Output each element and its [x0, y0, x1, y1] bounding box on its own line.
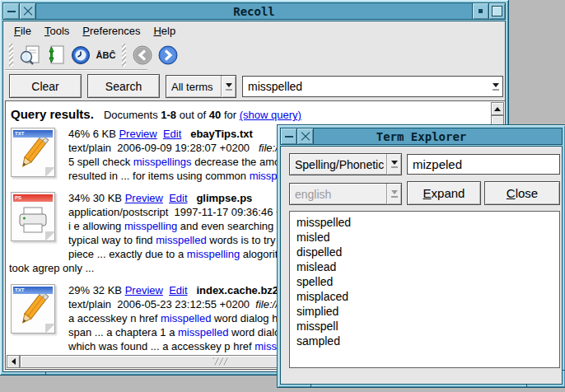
text-segment: text/plain 2006-09-09 19:28:07 +0200 [68, 142, 259, 154]
text-segment: ebayTips.txt [190, 128, 253, 140]
window-menu-button[interactable] [3, 3, 20, 19]
window-menu-icon [285, 136, 293, 138]
sort-by-date-icon[interactable] [69, 44, 91, 67]
frame-notch [526, 385, 527, 387]
close-icon [301, 132, 311, 142]
highlighted-term: misspelling [124, 220, 177, 232]
shade-button[interactable] [472, 3, 488, 19]
preview-link[interactable]: Preview [125, 192, 163, 204]
search-entry-combo[interactable]: misspelled [242, 76, 503, 97]
file-type-icon-ps[interactable]: PS [11, 192, 55, 241]
edit-link[interactable]: Edit [169, 284, 187, 296]
text-segment: 5 spell check [68, 156, 133, 168]
results-summary: Documents 1-8 out of 40 for (show query) [104, 109, 301, 121]
text-segment: a accesskey n href [68, 312, 161, 324]
scroll-grip [213, 358, 228, 366]
text-segment: index.cache.bz2 [196, 284, 278, 296]
text-segment: piece ... exactly due to a [68, 248, 187, 260]
language-combo: english [289, 183, 402, 205]
close-button[interactable] [297, 128, 314, 144]
term-list-item[interactable]: misled [297, 230, 553, 245]
text-segment: and even searching fo [177, 220, 286, 232]
page-fold [45, 324, 55, 334]
window-menu-icon [7, 11, 16, 12]
page-fold [45, 167, 55, 177]
combo-arrow[interactable] [488, 77, 502, 96]
expand-button[interactable]: Expand [407, 181, 481, 205]
term-explorer-titlebar[interactable]: Term Explorer [280, 128, 563, 145]
text-segment: span ... a chaptera 1 a [68, 326, 178, 338]
edit-link[interactable]: Edit [169, 192, 187, 204]
window-menu-button[interactable] [281, 128, 297, 144]
expansion-mode-combo[interactable]: Spelling/Phonetic [289, 153, 402, 175]
toolbar-drag-handle[interactable] [122, 44, 126, 67]
main-titlebar[interactable]: Recoll [2, 2, 506, 20]
chevron-down-icon [391, 161, 398, 165]
menu-file[interactable]: File [7, 22, 38, 39]
edit-link[interactable]: Edit [163, 128, 181, 140]
shade-icon [479, 9, 483, 13]
term-list-item[interactable]: sampled [297, 334, 553, 348]
scroll-up-button[interactable] [491, 102, 504, 115]
combo-arrow[interactable] [386, 154, 401, 175]
text-segment: took agrep only ... [9, 262, 94, 274]
preview-link[interactable]: Preview [119, 128, 156, 140]
arrow-up-icon [494, 107, 501, 111]
term-list-item[interactable]: misspell [297, 319, 553, 334]
term-list-item[interactable]: misspelled [297, 215, 553, 230]
clear-search-icon[interactable] [18, 44, 40, 67]
term-input[interactable] [407, 154, 560, 175]
text-segment: words is to try ... [207, 234, 287, 246]
term-list-item[interactable]: mislead [297, 259, 553, 274]
term-list-item[interactable]: misplaced [297, 289, 553, 304]
scroll-left-button[interactable] [7, 355, 20, 368]
menu-preferences[interactable]: Preferences [76, 22, 147, 39]
text-segment: 34% 30 KB [68, 192, 125, 204]
menu-tools[interactable]: Tools [38, 22, 76, 39]
term-list-item[interactable]: dispelled [297, 245, 553, 259]
combo-arrow-bar [226, 89, 232, 91]
file-type-icon-txt[interactable]: TXT [11, 284, 55, 334]
back-icon[interactable] [131, 44, 153, 67]
preview-link[interactable]: Preview [125, 284, 163, 296]
term-list-item[interactable]: simplied [297, 304, 553, 319]
search-entry-value[interactable]: misspelled [243, 77, 488, 96]
show-query-link[interactable]: (show query) [240, 109, 301, 121]
close-icon [23, 7, 33, 16]
chevron-down-icon [226, 83, 232, 87]
chevron-down-icon [391, 190, 398, 194]
highlighted-term: misspellings [133, 156, 192, 168]
search-mode-value: All terms [166, 76, 221, 97]
chevron-down-icon [493, 83, 499, 87]
search-button[interactable]: Search [87, 74, 160, 98]
highlighted-term: misspelling [187, 248, 240, 260]
text-segment: Documents [104, 109, 161, 121]
combo-arrow-bar [391, 166, 398, 168]
text-segment: glimpse.ps [196, 192, 252, 204]
text-segment: text/plain 2006-05-23 23:12:55 +0200 [68, 298, 255, 310]
toolbar-drag-handle[interactable] [9, 44, 13, 67]
search-mode-combo[interactable]: All terms [166, 75, 236, 98]
close-button[interactable] [20, 3, 36, 19]
term-explorer-abc-icon[interactable]: ÅBĈ [95, 44, 117, 67]
update-index-icon[interactable] [44, 44, 66, 67]
term-list-item[interactable]: spelled [297, 274, 553, 289]
combo-arrow [386, 184, 401, 204]
highlighted-term: misspelled [178, 326, 228, 338]
text-segment: 1-8 [161, 109, 176, 121]
file-type-icon-txt[interactable]: TXT [11, 128, 55, 177]
combo-arrow[interactable] [221, 76, 236, 97]
text-segment: resulted in ... for items using common [68, 170, 250, 182]
menu-help[interactable]: Help [147, 22, 182, 39]
close-dialog-button[interactable]: Close [484, 181, 560, 205]
language-value: english [290, 184, 386, 204]
titlebar-spacer [314, 128, 562, 144]
frame-notch [311, 385, 311, 387]
maximize-button[interactable] [488, 3, 505, 19]
highlighted-term: misspelled [156, 234, 206, 246]
forward-icon[interactable] [156, 44, 179, 67]
text-segment: out of [176, 109, 209, 121]
file-icon-header: PS [13, 194, 53, 202]
clear-button[interactable]: Clear [9, 74, 82, 98]
abc-label: ÅBĈ [96, 50, 116, 60]
